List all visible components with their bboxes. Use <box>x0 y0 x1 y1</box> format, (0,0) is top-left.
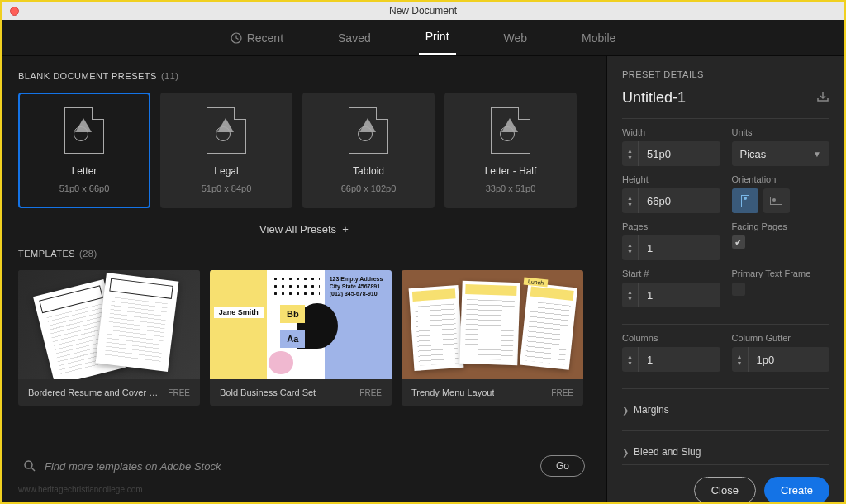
template-thumbnail <box>18 270 200 379</box>
dialog-buttons: Close Create <box>622 464 829 504</box>
category-tabs: Recent Saved Print Web Mobile <box>2 20 844 56</box>
page-icon <box>349 107 388 154</box>
search-row: Find more templates on Adobe Stock Go <box>18 449 590 483</box>
template-resume[interactable]: Bordered Resume and Cover Let... FREE <box>18 270 200 406</box>
page-icon <box>491 107 530 154</box>
view-all-presets[interactable]: View All Presets + <box>18 223 590 235</box>
create-button[interactable]: Create <box>764 477 829 504</box>
template-menu[interactable]: Lunch Trendy Menu Layout FREE <box>402 270 583 406</box>
page-icon <box>207 107 246 154</box>
width-input[interactable]: ▲▼ 51p0 <box>622 141 720 166</box>
start-input[interactable]: ▲▼ 1 <box>622 283 720 307</box>
columns-label: Columns <box>622 333 720 343</box>
stepper-arrows[interactable]: ▲▼ <box>622 141 639 166</box>
search-icon <box>23 459 36 473</box>
facing-pages-label: Facing Pages <box>732 221 830 231</box>
tab-web[interactable]: Web <box>497 21 535 55</box>
stepper-arrows[interactable]: ▲▼ <box>622 283 639 307</box>
preset-tabloid[interactable]: Tabloid 66p0 x 102p0 <box>302 93 435 208</box>
orientation-portrait[interactable] <box>732 188 758 213</box>
pages-label: Pages <box>622 221 720 231</box>
columns-input[interactable]: ▲▼ 1 <box>622 347 720 372</box>
orientation-label: Orientation <box>732 174 830 184</box>
template-thumbnail: Lunch <box>402 270 583 379</box>
facing-pages-checkbox[interactable]: ✔ <box>732 235 745 249</box>
presets-row: Letter 51p0 x 66p0 Legal 51p0 x 84p0 Tab… <box>18 93 590 208</box>
landscape-icon <box>770 197 782 205</box>
height-label: Height <box>622 174 720 184</box>
width-label: Width <box>622 127 720 137</box>
orientation-landscape[interactable] <box>763 188 790 213</box>
height-input[interactable]: ▲▼ 66p0 <box>622 188 720 213</box>
tab-mobile[interactable]: Mobile <box>575 21 622 55</box>
search-input[interactable]: Find more templates on Adobe Stock <box>23 459 530 473</box>
chevron-right-icon: ❯ <box>622 448 629 457</box>
stepper-arrows[interactable]: ▲▼ <box>622 188 639 213</box>
tab-recent[interactable]: Recent <box>224 21 290 55</box>
stepper-arrows[interactable]: ▲▼ <box>622 347 639 372</box>
gutter-label: Column Gutter <box>732 333 830 343</box>
templates-row: Bordered Resume and Cover Let... FREE Ja… <box>18 270 590 406</box>
details-title: PRESET DETAILS <box>622 69 829 79</box>
save-preset-icon[interactable] <box>816 90 829 107</box>
gutter-input[interactable]: ▲▼ 1p0 <box>732 347 830 372</box>
close-button[interactable]: Close <box>694 477 756 504</box>
svg-line-2 <box>31 468 35 471</box>
preset-letter[interactable]: Letter 51p0 x 66p0 <box>18 93 150 208</box>
stepper-arrows[interactable]: ▲▼ <box>622 235 639 260</box>
preset-details-panel: PRESET DETAILS Untitled-1 Width ▲▼ 51p0 … <box>606 56 844 502</box>
clock-icon <box>231 32 242 44</box>
preset-legal[interactable]: Legal 51p0 x 84p0 <box>160 93 292 208</box>
tab-saved[interactable]: Saved <box>331 21 378 55</box>
units-label: Units <box>732 127 830 137</box>
svg-point-1 <box>25 461 32 468</box>
titlebar: New Document <box>2 2 844 20</box>
page-icon <box>64 107 104 154</box>
chevron-down-icon: ▼ <box>813 150 821 159</box>
chevron-right-icon: ❯ <box>622 406 629 415</box>
preset-letter-half[interactable]: Letter - Half 33p0 x 51p0 <box>444 93 577 208</box>
template-thumbnail: Jane Smith BbAa 123 Empty AddressCity St… <box>210 270 392 379</box>
go-button[interactable]: Go <box>540 455 585 477</box>
tab-print[interactable]: Print <box>419 20 456 55</box>
expand-margins[interactable]: ❯ Margins <box>622 397 829 422</box>
left-panel: BLANK DOCUMENT PRESETS (11) Letter 51p0 … <box>2 56 606 502</box>
templates-header: TEMPLATES (28) <box>18 249 590 259</box>
expand-bleed[interactable]: ❯ Bleed and Slug <box>622 440 829 464</box>
window-title: New Document <box>389 5 457 17</box>
units-select[interactable]: Picas ▼ <box>732 141 830 166</box>
primary-text-frame-checkbox[interactable] <box>732 283 745 296</box>
document-name[interactable]: Untitled-1 <box>622 89 829 107</box>
watermark: www.heritagechristiancollege.com <box>18 485 590 494</box>
stepper-arrows[interactable]: ▲▼ <box>732 347 749 372</box>
start-label: Start # <box>622 269 720 278</box>
pages-input[interactable]: ▲▼ 1 <box>622 235 720 260</box>
presets-header: BLANK DOCUMENT PRESETS (11) <box>18 71 590 81</box>
template-business-card[interactable]: Jane Smith BbAa 123 Empty AddressCity St… <box>210 270 392 406</box>
primary-text-frame-label: Primary Text Frame <box>732 269 830 278</box>
portrait-icon <box>741 195 749 207</box>
window-close-button[interactable] <box>10 7 19 16</box>
